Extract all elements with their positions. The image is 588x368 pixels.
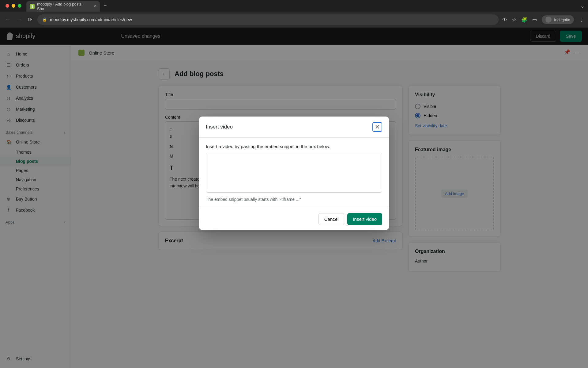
- close-window-icon[interactable]: [6, 4, 9, 8]
- modal-hint: The embed snippet usually starts with "<…: [206, 197, 382, 202]
- close-icon: ✕: [375, 123, 380, 131]
- favicon-icon: S: [30, 4, 35, 9]
- maximize-window-icon[interactable]: [18, 4, 21, 8]
- minimize-window-icon[interactable]: [12, 4, 15, 8]
- modal-instruction: Insert a video by pasting the embed snip…: [206, 144, 382, 149]
- incognito-label: Incognito: [554, 17, 570, 22]
- tab-title: moodjoy · Add blog posts · Sho: [37, 2, 89, 11]
- browser-chrome: S moodjoy · Add blog posts · Sho × + ⌄ ←…: [0, 0, 588, 28]
- forward-icon[interactable]: →: [15, 17, 23, 23]
- menu-icon[interactable]: ⋮: [579, 17, 584, 23]
- chevron-down-icon[interactable]: ⌄: [580, 3, 584, 9]
- new-tab-button[interactable]: +: [104, 3, 107, 9]
- close-modal-button[interactable]: ✕: [372, 122, 382, 132]
- modal-title: Insert video: [206, 124, 233, 130]
- url-field[interactable]: 🔒 moodjoy.myshopify.com/admin/articles/n…: [37, 14, 499, 25]
- back-icon[interactable]: ←: [4, 17, 12, 23]
- embed-snippet-input[interactable]: [206, 153, 382, 193]
- url-text: moodjoy.myshopify.com/admin/articles/new: [50, 17, 132, 22]
- extensions-icon[interactable]: 🧩: [521, 17, 527, 23]
- modal-footer: Cancel Insert video: [199, 208, 389, 230]
- panel-icon[interactable]: ▭: [532, 17, 537, 23]
- reload-icon[interactable]: ⟳: [26, 16, 34, 23]
- cancel-button[interactable]: Cancel: [318, 213, 345, 225]
- address-bar: ← → ⟳ 🔒 moodjoy.myshopify.com/admin/arti…: [0, 12, 588, 28]
- eye-off-icon[interactable]: 👁: [502, 17, 507, 22]
- insert-video-button[interactable]: Insert video: [347, 213, 382, 225]
- browser-tab[interactable]: S moodjoy · Add blog posts · Sho ×: [26, 1, 100, 12]
- insert-video-modal: Insert video ✕ Insert a video by pasting…: [199, 117, 389, 230]
- incognito-badge[interactable]: Incognito: [542, 15, 574, 24]
- modal-body: Insert a video by pasting the embed snip…: [199, 138, 389, 208]
- lock-icon: 🔒: [42, 17, 47, 22]
- tab-bar: S moodjoy · Add blog posts · Sho × + ⌄: [0, 0, 588, 12]
- window-controls: [6, 4, 21, 8]
- modal-header: Insert video ✕: [199, 117, 389, 138]
- browser-actions: 👁 ☆ 🧩 ▭ Incognito ⋮: [502, 15, 584, 24]
- bookmark-icon[interactable]: ☆: [512, 17, 516, 23]
- incognito-icon: [545, 17, 552, 23]
- close-tab-icon[interactable]: ×: [93, 4, 96, 9]
